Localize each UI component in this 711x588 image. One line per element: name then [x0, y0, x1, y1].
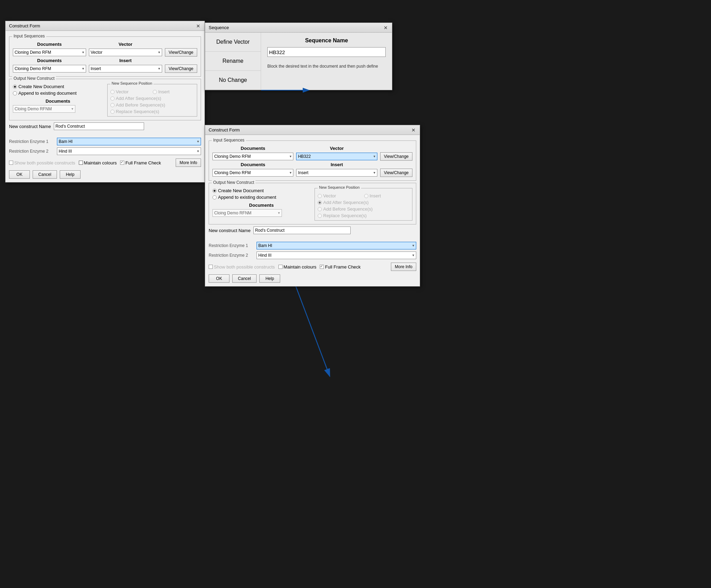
pos-replace-label-left: Replace Sequence(s) — [116, 109, 159, 114]
show-both-left[interactable]: Show both possible constructs — [9, 160, 75, 165]
output-doc-dropdown-right[interactable]: Cloing Demo RFNM — [212, 209, 282, 217]
insert-doc-dropdown-right[interactable]: Cloning Demo RFM — [212, 169, 293, 177]
pos-add-after-circle-right[interactable] — [318, 201, 322, 205]
ok-btn-right[interactable]: OK — [209, 274, 229, 283]
pos-replace-left[interactable]: Replace Sequence(s) — [110, 109, 194, 114]
construct-name-input-left[interactable] — [54, 122, 144, 130]
pos-add-before-right[interactable]: Add Before Sequence(s) — [318, 206, 409, 212]
show-both-checkbox-right[interactable] — [209, 265, 213, 269]
pos-vector-label-right: Vector — [323, 193, 336, 198]
ok-btn-left[interactable]: OK — [9, 170, 30, 179]
show-both-label-left: Show both possible constructs — [14, 160, 75, 165]
pos-replace-circle-right[interactable] — [318, 214, 322, 218]
insert-seq-dropdown-left[interactable]: Insert — [89, 65, 162, 73]
enzyme2-label-right: Restriction Enzyme 2 — [209, 253, 254, 258]
output-label-right: Output New Construct — [212, 180, 256, 185]
output-label-left: Output New Construct — [12, 76, 56, 81]
define-vector-btn[interactable]: Define Vector — [205, 33, 261, 52]
enzyme2-label-left: Restriction Enzyme 2 — [9, 149, 54, 154]
input-sequences-right: Input Sequences Documents Vector Cloning… — [209, 140, 416, 181]
help-btn-right[interactable]: Help — [259, 274, 280, 283]
show-both-label-right: Show both possible constructs — [214, 264, 275, 270]
pos-add-after-left[interactable]: Add After Sequence(s) — [110, 96, 194, 101]
show-both-checkbox-left[interactable] — [9, 161, 13, 165]
construct-form-right-close[interactable]: ✕ — [411, 128, 416, 133]
rename-btn[interactable]: Rename — [205, 52, 261, 71]
enzyme1-row-right: Restriction Enzyme 1 Bam HI — [209, 242, 416, 249]
construct-form-left: Construct Form ✕ Input Sequences Documen… — [5, 21, 205, 182]
maintain-colours-checkbox-right[interactable] — [278, 265, 283, 269]
sequence-name-input[interactable] — [267, 47, 386, 57]
maintain-colours-right[interactable]: Maintain colours — [278, 264, 317, 270]
cancel-btn-right[interactable]: Cancel — [232, 274, 257, 283]
insert-doc-dropdown-left[interactable]: Cloning Demo RFM — [13, 65, 86, 73]
maintain-colours-checkbox-left[interactable] — [79, 161, 83, 165]
vector-seq-dropdown-right[interactable]: HB322 — [296, 153, 377, 160]
vector-doc-dropdown-left[interactable]: Cloning Demo RFM — [13, 49, 86, 56]
append-circle-right[interactable] — [212, 195, 217, 199]
enzyme1-dropdown-right[interactable]: Bam HI — [257, 242, 416, 249]
full-frame-right[interactable]: Full Frame Check — [320, 264, 361, 270]
more-info-btn-left[interactable]: More Info — [176, 159, 201, 167]
create-new-radio-right[interactable]: Create New Document — [212, 188, 310, 193]
documents-col-header2-left: Documents — [13, 58, 86, 63]
new-seq-pos-left: New Sequence Position Vector Insert — [107, 84, 198, 117]
pos-vector-circle-left[interactable] — [110, 90, 115, 94]
pos-insert-circle-left[interactable] — [153, 90, 157, 94]
new-seq-pos-right: New Sequence Position Vector Insert — [315, 188, 412, 221]
create-new-radio-left[interactable]: Create New Document — [13, 84, 103, 89]
enzyme1-dropdown-left[interactable]: Bam HI — [57, 138, 201, 145]
vector-seq-dropdown-left[interactable]: Vector — [89, 49, 162, 56]
pos-insert-circle-right[interactable] — [364, 194, 368, 198]
pos-add-before-label-right: Add Before Sequence(s) — [323, 206, 373, 212]
maintain-colours-left[interactable]: Maintain colours — [79, 160, 117, 165]
insert-view-change-left[interactable]: View/Change — [165, 65, 197, 73]
construct-name-input-right[interactable] — [253, 227, 351, 234]
pos-insert-right[interactable]: Insert — [364, 193, 410, 198]
help-btn-left[interactable]: Help — [60, 170, 81, 179]
create-new-circle-right[interactable] — [212, 189, 217, 193]
show-both-right[interactable]: Show both possible constructs — [209, 264, 275, 270]
pos-vector-label-left: Vector — [116, 89, 129, 94]
pos-add-after-right[interactable]: Add After Sequence(s) — [318, 200, 409, 205]
pos-add-before-circle-right[interactable] — [318, 207, 322, 211]
pos-replace-right[interactable]: Replace Sequence(s) — [318, 213, 409, 218]
insert-view-change-right[interactable]: View/Change — [380, 169, 412, 177]
sequence-dialog-close[interactable]: ✕ — [383, 25, 388, 30]
no-change-btn[interactable]: No Change — [205, 71, 261, 90]
enzyme2-dropdown-right[interactable]: Hind III — [257, 252, 416, 259]
construct-name-label-right: New construct Name — [209, 228, 251, 233]
pos-vector-left[interactable]: Vector — [110, 89, 152, 94]
full-frame-checkbox-right[interactable] — [320, 265, 324, 269]
cancel-btn-left[interactable]: Cancel — [33, 170, 57, 179]
pos-add-before-circle-left[interactable] — [110, 103, 115, 107]
pos-vector-right[interactable]: Vector — [318, 193, 363, 198]
pos-add-after-circle-left[interactable] — [110, 96, 115, 101]
vector-view-change-right[interactable]: View/Change — [380, 152, 412, 161]
vector-doc-dropdown-right[interactable]: Cloning Demo RFM — [212, 153, 293, 160]
documents-col-header-left: Documents — [13, 42, 86, 47]
pos-add-before-left[interactable]: Add Before Sequence(s) — [110, 102, 194, 108]
append-radio-left[interactable]: Append to existing document — [13, 91, 103, 96]
full-frame-left[interactable]: Full Frame Check — [120, 160, 161, 165]
pos-vector-circle-right[interactable] — [318, 194, 322, 198]
construct-form-left-close[interactable]: ✕ — [195, 24, 201, 28]
create-new-circle-left[interactable] — [13, 85, 17, 89]
output-construct-left: Output New Construct Create New Document… — [9, 79, 201, 120]
vector-view-change-left[interactable]: View/Change — [165, 48, 197, 57]
output-doc-dropdown-left[interactable]: Cloing Demo RFNM — [13, 105, 75, 113]
enzyme2-dropdown-left[interactable]: Hind III — [57, 147, 201, 155]
construct-name-row-left: New construct Name — [9, 122, 201, 130]
construct-form-right: Construct Form ✕ Input Sequences Documen… — [205, 125, 420, 287]
append-radio-right[interactable]: Append to existing document — [212, 195, 310, 200]
append-circle-left[interactable] — [13, 91, 17, 95]
enzyme1-label-left: Restriction Enzyme 1 — [9, 139, 54, 144]
insert-seq-dropdown-right[interactable]: Insert — [296, 169, 377, 177]
more-info-btn-right[interactable]: More Info — [391, 263, 416, 271]
vector-col-header-left: Vector — [89, 42, 162, 47]
full-frame-checkbox-left[interactable] — [120, 161, 124, 165]
pos-replace-circle-left[interactable] — [110, 110, 115, 114]
pos-add-after-label-left: Add After Sequence(s) — [116, 96, 161, 101]
output-construct-right: Output New Construct Create New Document… — [209, 183, 416, 224]
pos-insert-left[interactable]: Insert — [153, 89, 194, 94]
